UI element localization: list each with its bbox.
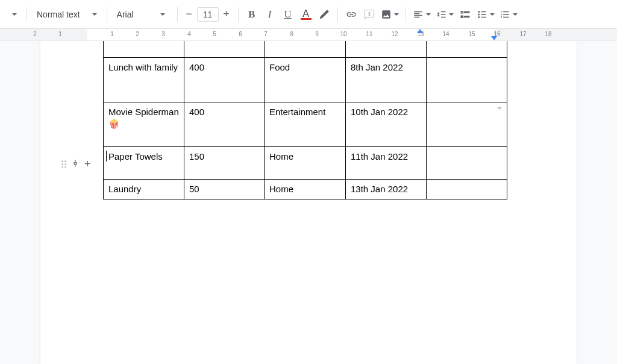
svg-point-1	[478, 13, 480, 15]
table-cell[interactable]: 11th Jan 2022	[346, 147, 427, 180]
table-cell[interactable]	[265, 41, 346, 58]
separator	[337, 7, 338, 22]
table-cell[interactable]: Lunch with family	[104, 58, 184, 102]
table-cell[interactable]: Paper Towels	[104, 147, 184, 180]
table-cell[interactable]: 13th Jan 2022	[346, 180, 427, 199]
chevron-down-icon	[92, 13, 97, 16]
table-cell[interactable]	[346, 41, 427, 58]
row-controls: +	[61, 158, 91, 171]
chevron-down-icon	[426, 13, 431, 16]
text-color-button[interactable]: A	[298, 6, 315, 23]
ruler-tick: 14	[442, 31, 449, 37]
ruler-tick: 18	[545, 31, 551, 37]
ruler-tick: 8	[290, 31, 293, 37]
table-cell[interactable]: 400	[184, 58, 265, 102]
table-cell[interactable]	[184, 41, 265, 58]
ruler-tick: 3	[161, 31, 165, 37]
drag-handle-icon[interactable]	[61, 160, 66, 168]
table-row[interactable]	[104, 41, 507, 58]
table-cell[interactable]: Home	[265, 180, 346, 199]
font-family-select[interactable]: Arial	[112, 6, 172, 23]
toolbar: Normal text Arial − + B I U A	[0, 0, 617, 29]
separator	[107, 7, 107, 22]
ruler-tick: 9	[315, 31, 319, 37]
paragraph-style-label: Normal text	[37, 10, 80, 19]
ruler-tick: 7	[264, 31, 268, 37]
align-button[interactable]	[411, 6, 433, 23]
page[interactable]: Lunch with family 400 Food 8th Jan 2022 …	[40, 41, 577, 364]
table-row[interactable]: Movie Spiderman 🍿 400 Entertainment 10th…	[104, 102, 507, 147]
table-cell[interactable]: 8th Jan 2022	[346, 58, 427, 102]
image-icon	[381, 9, 392, 20]
table-cell[interactable]: 150	[184, 147, 265, 180]
ruler-tick: 15	[468, 31, 475, 37]
table-row[interactable]: Paper Towels 150 Home 11th Jan 2022	[104, 147, 507, 180]
numbered-list-icon	[500, 9, 510, 20]
separator	[177, 7, 178, 22]
increase-font-size-button[interactable]: +	[220, 8, 233, 21]
pin-row-button[interactable]	[71, 159, 80, 169]
table-cell[interactable]	[427, 180, 507, 199]
more-tools-button[interactable]	[5, 6, 22, 23]
text-cursor	[106, 151, 107, 162]
right-margin-marker[interactable]	[491, 36, 497, 40]
separator	[238, 7, 239, 22]
ruler-ticks: 2 1 1 2 3 4 5 6 7 8 9 10 11 12 13 14 15 …	[0, 29, 617, 40]
ruler-tick: 11	[366, 31, 372, 37]
table-row[interactable]: Laundry 50 Home 13th Jan 2022	[104, 180, 507, 199]
table-cell[interactable]: 400	[184, 102, 265, 147]
text-color-icon: A	[298, 8, 315, 20]
ruler-tick: 1	[58, 31, 62, 37]
ruler-tick: 1	[110, 31, 114, 37]
table-cell[interactable]	[104, 41, 184, 58]
ruler-tick: 10	[340, 31, 346, 37]
chevron-down-icon	[490, 13, 495, 16]
underline-button[interactable]: U	[280, 6, 296, 23]
right-indent-marker[interactable]	[417, 29, 423, 33]
bold-button[interactable]: B	[243, 6, 260, 23]
expense-table[interactable]: Lunch with family 400 Food 8th Jan 2022 …	[103, 41, 507, 199]
numbered-list-button[interactable]	[498, 6, 519, 23]
line-spacing-button[interactable]	[434, 6, 456, 23]
ruler[interactable]: 2 1 1 2 3 4 5 6 7 8 9 10 11 12 13 14 15 …	[0, 29, 617, 41]
svg-point-2	[478, 16, 480, 18]
ruler-tick: 2	[136, 31, 139, 37]
ruler-tick: 5	[213, 31, 216, 37]
table-cell[interactable]	[427, 147, 507, 180]
cell-options-dropdown[interactable]	[497, 107, 502, 110]
insert-link-button[interactable]	[343, 6, 360, 23]
insert-image-button[interactable]	[379, 6, 401, 23]
table-cell[interactable]	[427, 102, 507, 147]
bullet-list-icon	[477, 9, 487, 20]
ruler-tick: 17	[519, 31, 526, 37]
ruler-tick: 12	[391, 31, 398, 37]
table-cell[interactable]: Movie Spiderman 🍿	[104, 102, 184, 147]
table-cell[interactable]	[427, 41, 507, 58]
align-left-icon	[413, 9, 424, 20]
paragraph-style-select[interactable]: Normal text	[32, 6, 102, 23]
comment-icon	[364, 9, 375, 20]
table-cell[interactable]	[427, 58, 507, 102]
decrease-font-size-button[interactable]: −	[183, 8, 196, 21]
italic-button[interactable]: I	[262, 6, 278, 23]
bold-icon: B	[248, 8, 255, 20]
table-cell[interactable]: 10th Jan 2022	[346, 102, 427, 147]
link-icon	[346, 9, 357, 20]
add-row-button[interactable]: +	[84, 158, 91, 171]
chevron-down-icon	[449, 13, 454, 16]
table-cell[interactable]: 50	[184, 180, 265, 199]
checklist-button[interactable]	[457, 6, 474, 23]
table-cell[interactable]: Home	[265, 147, 346, 180]
ruler-tick: 2	[33, 31, 37, 37]
highlight-color-button[interactable]	[316, 6, 333, 23]
table-cell[interactable]: Entertainment	[265, 102, 346, 147]
table-cell[interactable]: Food	[265, 58, 346, 102]
font-size-input[interactable]	[197, 7, 219, 22]
add-comment-button[interactable]	[361, 6, 378, 23]
document-canvas: Lunch with family 400 Food 8th Jan 2022 …	[0, 41, 617, 364]
checklist-icon	[460, 9, 471, 20]
chevron-down-icon	[160, 13, 165, 16]
table-cell[interactable]: Laundry	[104, 180, 184, 199]
table-row[interactable]: Lunch with family 400 Food 8th Jan 2022	[104, 58, 507, 102]
bulleted-list-button[interactable]	[475, 6, 496, 23]
